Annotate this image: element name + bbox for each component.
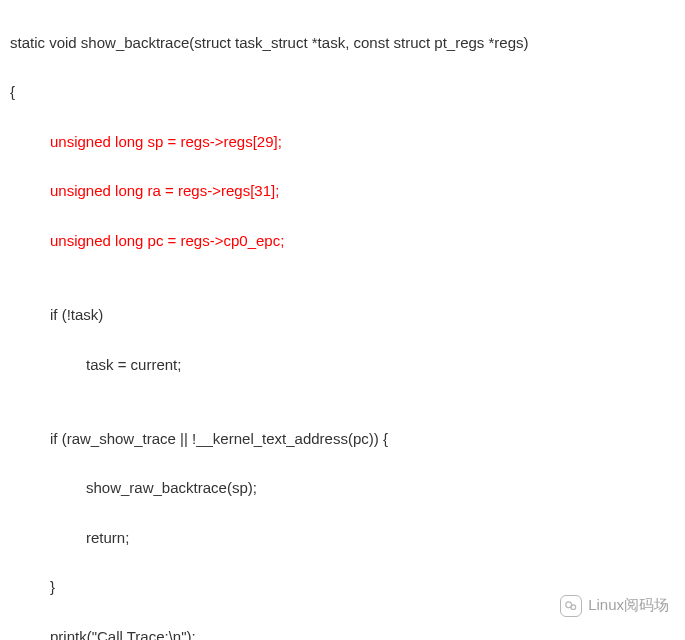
code-line: task = current;	[10, 353, 675, 378]
code-line: printk("Call Trace:\n");	[10, 625, 675, 640]
watermark-text: Linux阅码场	[588, 593, 669, 618]
code-line-highlighted: unsigned long sp = regs->regs[29];	[10, 130, 675, 155]
code-line: static void show_backtrace(struct task_s…	[10, 31, 675, 56]
code-line: if (!task)	[10, 303, 675, 328]
code-block: static void show_backtrace(struct task_s…	[10, 6, 675, 640]
code-line: if (raw_show_trace || !__kernel_text_add…	[10, 427, 675, 452]
code-line: show_raw_backtrace(sp);	[10, 476, 675, 501]
code-line-highlighted: unsigned long pc = regs->cp0_epc;	[10, 229, 675, 254]
svg-point-1	[571, 604, 576, 609]
code-line-highlighted: unsigned long ra = regs->regs[31];	[10, 179, 675, 204]
watermark: Linux阅码场	[560, 593, 669, 618]
code-line: return;	[10, 526, 675, 551]
wechat-icon	[560, 595, 582, 617]
code-line: {	[10, 80, 675, 105]
